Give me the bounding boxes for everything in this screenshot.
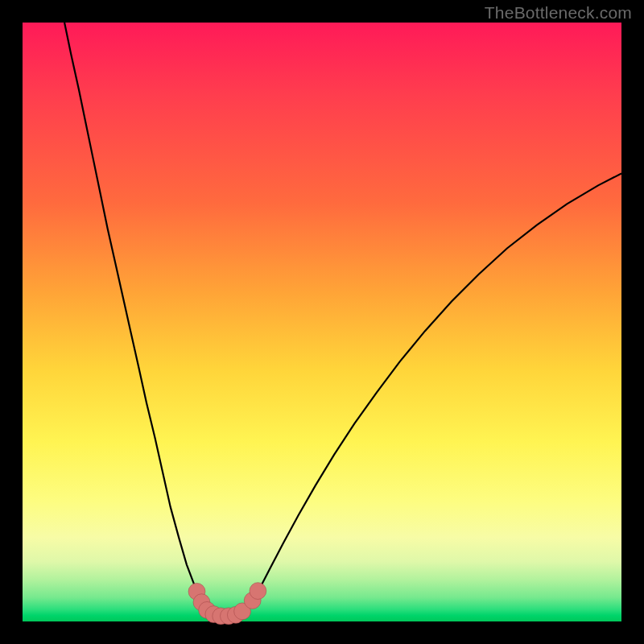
- curve-right: [246, 173, 621, 611]
- chart-svg: [23, 23, 621, 621]
- watermark-text: TheBottleneck.com: [485, 3, 632, 23]
- chart-plot-area: [23, 23, 621, 621]
- marker-group: [188, 583, 266, 625]
- curve-left: [64, 23, 208, 611]
- curve-marker: [250, 583, 266, 600]
- root-frame: TheBottleneck.com: [0, 0, 644, 644]
